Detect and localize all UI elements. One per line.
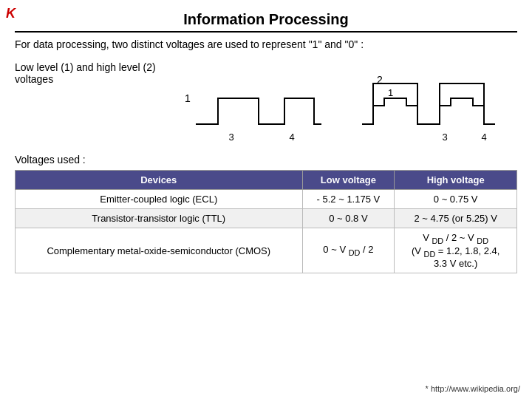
- intro-text: For data processing, two distinct voltag…: [15, 38, 517, 50]
- waveform-svg: 1 2 1 3 4 3 4: [177, 58, 517, 146]
- col-devices: Devices: [16, 171, 303, 190]
- cell-device: Complementary metal-oxide-semiconductor …: [16, 228, 303, 273]
- col-high-voltage: High voltage: [395, 171, 517, 190]
- logo: K: [6, 6, 16, 21]
- cell-high: V DD / 2 ~ V DD(V DD = 1.2, 1.8, 2.4,3.3…: [395, 228, 517, 273]
- cell-high: 2 ~ 4.75 (or 5.25) V: [395, 209, 517, 228]
- cell-low: 0 ~ V DD / 2: [302, 228, 395, 273]
- waveform-label-1b: 1: [388, 87, 393, 98]
- num-4-second: 4: [481, 132, 486, 143]
- right-waveform-main: [362, 83, 429, 124]
- page-title: Information Processing: [15, 7, 517, 28]
- right-waveform-left: [266, 98, 321, 124]
- table-header-row: Devices Low voltage High voltage: [16, 171, 517, 190]
- footnote: * http://www.wikipedia.org/: [426, 384, 520, 393]
- table-row: Emitter-coupled logic (ECL)- 5.2 ~ 1.175…: [16, 190, 517, 209]
- cell-device: Transistor-transistor logic (TTL): [16, 209, 303, 228]
- low-high-label: Low level (1) and high level (2) voltage…: [15, 58, 177, 85]
- num-3-second: 3: [442, 132, 447, 143]
- page: K Information Processing For data proces…: [0, 0, 532, 399]
- cell-low: 0 ~ 0.8 V: [302, 209, 395, 228]
- waveform-label-1: 1: [185, 92, 191, 104]
- inner-waveform: [373, 98, 417, 106]
- num-3-first: 3: [228, 132, 233, 143]
- content-area: Low level (1) and high level (2) voltage…: [15, 58, 517, 146]
- waveform-diagram: 1 2 1 3 4 3 4: [177, 58, 517, 146]
- voltages-used-label: Voltages used :: [15, 154, 517, 166]
- voltage-table: Devices Low voltage High voltage Emitter…: [15, 170, 517, 273]
- inner-waveform-2: [440, 98, 484, 106]
- cell-low: - 5.2 ~ 1.175 V: [302, 190, 395, 209]
- col-low-voltage: Low voltage: [302, 171, 395, 190]
- right-waveform-second: [429, 83, 495, 124]
- num-4-first: 4: [289, 132, 294, 143]
- title-divider: [15, 31, 517, 33]
- table-row: Transistor-transistor logic (TTL)0 ~ 0.8…: [16, 209, 517, 228]
- cell-device: Emitter-coupled logic (ECL): [16, 190, 303, 209]
- left-waveform-left: [196, 98, 266, 124]
- table-row: Complementary metal-oxide-semiconductor …: [16, 228, 517, 273]
- cell-high: 0 ~ 0.75 V: [395, 190, 517, 209]
